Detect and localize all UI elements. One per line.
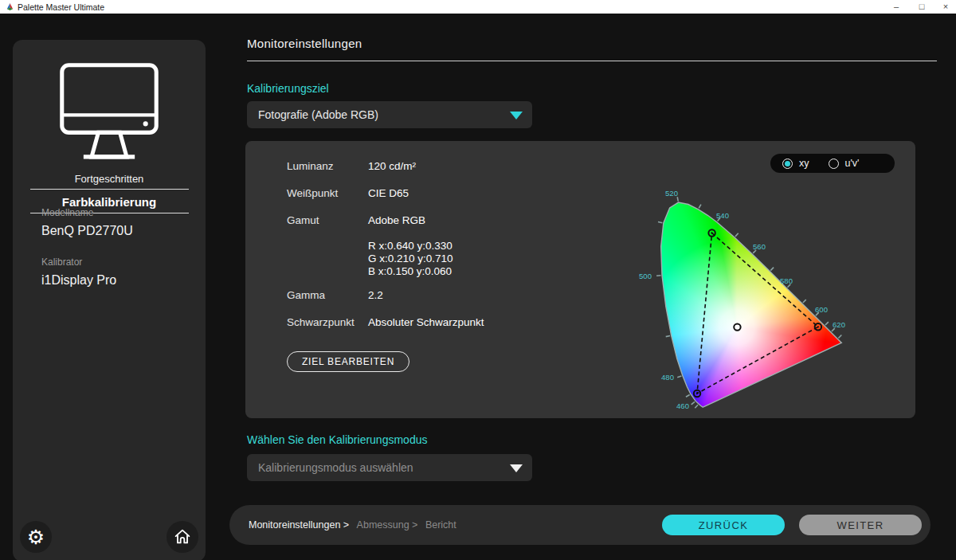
close-button[interactable]: × bbox=[937, 0, 954, 14]
divider bbox=[30, 189, 189, 190]
next-button[interactable]: WEITER bbox=[799, 515, 922, 535]
window-title: Palette Master Ultimate bbox=[18, 2, 104, 12]
gamut-value: Adobe RGB bbox=[368, 214, 425, 226]
calibration-target-dropdown[interactable]: Fotografie (Adobe RGB) bbox=[247, 101, 532, 128]
calibration-mode-placeholder: Kalibrierungsmodus auswählen bbox=[258, 454, 413, 481]
blackpoint-label: Schwarzpunkt bbox=[287, 316, 355, 328]
breadcrumb-report: Bericht bbox=[425, 519, 456, 531]
whitepoint-label: Weißpunkt bbox=[287, 187, 338, 199]
home-icon bbox=[172, 527, 193, 547]
mode-label: Fortgeschritten bbox=[13, 173, 206, 185]
chevron-down-icon bbox=[510, 464, 523, 472]
toggle-option-uv[interactable]: u'v' bbox=[829, 158, 860, 169]
app-surface: Fortgeschritten Farbkalibrierung Modelln… bbox=[0, 14, 956, 560]
breadcrumb-monitor-settings: Monitoreinstellungen > bbox=[249, 519, 349, 531]
footer-bar: Monitoreinstellungen > Abmessung > Beric… bbox=[229, 505, 931, 545]
target-details-panel: Luminanz 120 cd/m² Weißpunkt CIE D65 Gam… bbox=[245, 141, 915, 418]
gamut-label: Gamut bbox=[287, 214, 319, 226]
svg-text:520: 520 bbox=[665, 189, 678, 198]
toggle-option-xy[interactable]: xy bbox=[782, 158, 809, 169]
red-primary: R x:0.640 y:0.330 bbox=[368, 240, 453, 253]
svg-text:500: 500 bbox=[639, 272, 652, 280]
svg-text:540: 540 bbox=[716, 211, 729, 220]
breadcrumb-measurement: Abmessung > bbox=[357, 519, 418, 531]
gamma-label: Gamma bbox=[287, 289, 325, 301]
gear-icon: ⚙ bbox=[27, 527, 45, 547]
diagram-mode-toggle: xy u'v' bbox=[770, 154, 895, 173]
calibrator-label: Kalibrator bbox=[41, 257, 82, 268]
monitor-icon bbox=[34, 60, 184, 165]
gamma-value: 2.2 bbox=[368, 289, 383, 301]
chromaticity-diagram: 520540560580600620500480460 bbox=[629, 182, 868, 421]
home-button[interactable] bbox=[167, 521, 198, 553]
title-divider bbox=[247, 61, 937, 61]
minimize-button[interactable]: – bbox=[886, 0, 907, 14]
window-titlebar: Palette Master Ultimate – □ × bbox=[0, 0, 956, 14]
toggle-xy-label: xy bbox=[799, 158, 809, 169]
edit-target-button[interactable]: ZIEL BEARBEITEN bbox=[287, 351, 409, 372]
chevron-down-icon bbox=[510, 112, 523, 119]
sidebar: Fortgeschritten Farbkalibrierung Modelln… bbox=[13, 40, 206, 560]
blackpoint-value: Absoluter Schwarzpunkt bbox=[368, 316, 484, 328]
app-logo-icon bbox=[6, 2, 14, 11]
svg-text:460: 460 bbox=[676, 401, 689, 410]
maximize-button[interactable]: □ bbox=[911, 0, 932, 14]
svg-text:620: 620 bbox=[833, 320, 845, 329]
calibration-target-selected: Fotografie (Adobe RGB) bbox=[258, 101, 378, 128]
toggle-uv-label: u'v' bbox=[845, 158, 860, 169]
luminance-label: Luminanz bbox=[287, 160, 334, 172]
model-name-label: Modellname bbox=[41, 207, 93, 218]
gamut-rgb-coordinates: R x:0.640 y:0.330 G x:0.210 y:0.710 B x:… bbox=[368, 240, 453, 278]
svg-text:560: 560 bbox=[753, 242, 766, 251]
model-name-value: BenQ PD2770U bbox=[41, 224, 133, 238]
calibration-target-label: Kalibrierungsziel bbox=[247, 82, 329, 95]
chromaticity-white-core bbox=[629, 182, 868, 421]
svg-text:600: 600 bbox=[815, 305, 828, 314]
calibration-mode-dropdown[interactable]: Kalibrierungsmodus auswählen bbox=[247, 454, 532, 481]
luminance-value: 120 cd/m² bbox=[368, 160, 416, 172]
radio-selected-icon bbox=[782, 159, 793, 169]
calibration-mode-label: Wählen Sie den Kalibrierungsmodus bbox=[247, 433, 427, 446]
radio-unselected-icon bbox=[829, 159, 839, 169]
whitepoint-value: CIE D65 bbox=[368, 187, 409, 199]
blue-primary: B x:0.150 y:0.060 bbox=[368, 265, 453, 278]
calibrator-value: i1Display Pro bbox=[41, 273, 116, 288]
page-title: Monitoreinstellungen bbox=[247, 37, 362, 50]
back-button[interactable]: ZURÜCK bbox=[662, 515, 785, 535]
green-primary: G x:0.210 y:0.710 bbox=[368, 253, 453, 265]
svg-text:480: 480 bbox=[661, 373, 674, 382]
breadcrumb: Monitoreinstellungen > Abmessung > Beric… bbox=[249, 505, 456, 545]
settings-button[interactable]: ⚙ bbox=[20, 521, 52, 553]
